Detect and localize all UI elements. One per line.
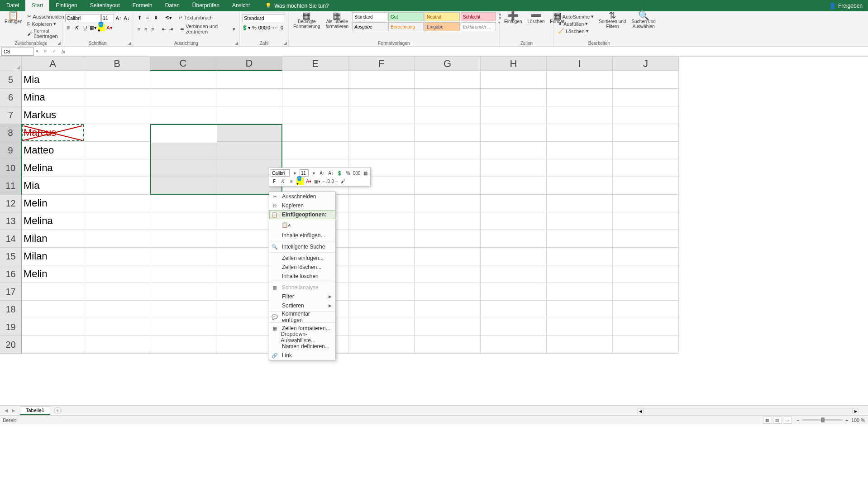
cell[interactable] <box>348 71 415 89</box>
clear-button[interactable]: 🧹Löschen ▾ <box>557 28 595 34</box>
cell[interactable] <box>481 230 547 248</box>
normal-view-icon[interactable]: ▦ <box>763 417 772 424</box>
column-header[interactable]: H <box>481 57 547 71</box>
cell[interactable] <box>481 195 547 212</box>
cell[interactable] <box>84 212 150 230</box>
cell[interactable] <box>150 301 216 318</box>
formula-input[interactable] <box>68 49 868 54</box>
row-header[interactable]: 19 <box>0 318 22 336</box>
cell[interactable] <box>84 283 150 301</box>
cell[interactable] <box>481 336 547 354</box>
cell[interactable] <box>415 71 481 89</box>
merge-center-button[interactable]: ⬌Verbinden und zentrieren ▾ <box>179 23 237 35</box>
cell[interactable] <box>150 89 216 106</box>
fill-color-button[interactable]: 🪣▾ <box>98 24 105 31</box>
align-right-icon[interactable]: ≡ <box>150 25 156 33</box>
cm-sort[interactable]: Sortieren▶ <box>269 301 335 310</box>
increase-decimal-icon[interactable]: .0→ <box>267 24 274 31</box>
style-normal[interactable]: Standard <box>352 12 387 21</box>
row-header[interactable]: 9 <box>0 142 22 159</box>
cut-button[interactable]: ✂Ausschneiden <box>26 13 65 20</box>
style-explain[interactable]: Erklärender ... <box>461 22 496 31</box>
style-output[interactable]: Ausgabe <box>352 22 387 31</box>
cell[interactable] <box>84 248 150 265</box>
italic-button[interactable]: K <box>279 177 286 185</box>
cell[interactable] <box>415 89 481 106</box>
cell[interactable] <box>481 265 547 283</box>
cell[interactable] <box>282 124 348 142</box>
cell[interactable] <box>348 318 415 336</box>
dropdown-icon[interactable]: ▾ <box>291 169 298 177</box>
accept-formula-icon[interactable]: ✓ <box>50 48 59 54</box>
cell[interactable] <box>282 142 348 159</box>
cell[interactable] <box>348 283 415 301</box>
cell[interactable] <box>613 106 679 124</box>
cell[interactable] <box>84 89 150 106</box>
cell[interactable] <box>415 336 481 354</box>
cell[interactable] <box>150 283 216 301</box>
cell[interactable] <box>547 318 613 336</box>
cell[interactable] <box>613 142 679 159</box>
align-bottom-icon[interactable]: ⬇ <box>152 14 159 21</box>
cell[interactable] <box>84 106 150 124</box>
cm-paste-options[interactable]: 📋Einfügeoptionen: <box>269 210 335 219</box>
italic-button[interactable]: K <box>73 24 81 31</box>
zoom-slider[interactable] <box>802 419 843 421</box>
menu-tab-start[interactable]: Start <box>25 0 49 11</box>
cell[interactable] <box>415 124 481 142</box>
format-as-table-button[interactable]: ▦Als Tabelle formatieren <box>324 12 350 30</box>
cell[interactable] <box>481 177 547 195</box>
cell[interactable] <box>547 106 613 124</box>
cell[interactable] <box>216 89 282 106</box>
currency-icon[interactable]: 💲▾ <box>243 24 250 31</box>
row-header[interactable]: 10 <box>0 159 22 177</box>
cell[interactable] <box>613 71 679 89</box>
cell[interactable] <box>22 283 84 301</box>
cell[interactable] <box>613 230 679 248</box>
cell[interactable]: Melin <box>22 265 84 283</box>
copy-button[interactable]: ⎘Kopieren ▾ <box>26 20 65 27</box>
share-button[interactable]: 👤 Freigeben <box>829 3 863 9</box>
cell[interactable] <box>613 336 679 354</box>
style-calc[interactable]: Berechnung <box>388 22 424 31</box>
cell[interactable] <box>84 265 150 283</box>
cell[interactable] <box>150 195 216 212</box>
scroll-left-icon[interactable]: ◀ <box>637 408 644 414</box>
scroll-right-icon[interactable]: ▶ <box>853 408 859 414</box>
autosum-button[interactable]: ΣAutoSumme ▾ <box>557 13 595 20</box>
cell[interactable] <box>481 71 547 89</box>
row-header[interactable]: 12 <box>0 195 22 212</box>
row-header[interactable]: 20 <box>0 336 22 354</box>
cell[interactable] <box>84 159 150 177</box>
fill-color-button[interactable]: 🪣▾ <box>296 177 304 185</box>
column-header[interactable]: F <box>348 57 415 71</box>
cell[interactable] <box>613 195 679 212</box>
conditional-formatting-button[interactable]: ▦Bedingte Formatierung <box>291 12 322 30</box>
cell[interactable] <box>150 142 216 159</box>
font-name-select[interactable] <box>65 14 100 22</box>
border-button[interactable]: ▦▾ <box>90 24 97 31</box>
cell[interactable] <box>282 71 348 89</box>
cell-styles-gallery[interactable]: Standard Gut Neutral Schlecht Ausgabe Be… <box>352 12 496 31</box>
cell[interactable] <box>282 106 348 124</box>
cell[interactable] <box>481 142 547 159</box>
menu-tab-datei[interactable]: Datei <box>0 0 25 11</box>
bold-button[interactable]: F <box>65 24 72 31</box>
cell[interactable] <box>547 248 613 265</box>
cell[interactable] <box>613 212 679 230</box>
cm-clear-contents[interactable]: Inhalte löschen <box>269 272 335 281</box>
bold-button[interactable]: F <box>271 177 278 185</box>
cell[interactable] <box>613 177 679 195</box>
cell[interactable] <box>481 212 547 230</box>
column-header[interactable]: G <box>415 57 481 71</box>
style-neutral[interactable]: Neutral <box>424 12 460 21</box>
cm-filter[interactable]: Filter▶ <box>269 292 335 301</box>
align-middle-icon[interactable]: ≡ <box>144 14 151 21</box>
row-header[interactable]: 11 <box>0 177 22 195</box>
cell[interactable] <box>150 248 216 265</box>
cell[interactable] <box>216 124 282 142</box>
increase-font-icon[interactable]: A↑ <box>115 14 122 22</box>
wrap-text-button[interactable]: ↵Textumbruch <box>177 14 214 21</box>
decrease-decimal-icon[interactable]: ←.0 <box>275 24 282 31</box>
row-header[interactable]: 15 <box>0 248 22 265</box>
